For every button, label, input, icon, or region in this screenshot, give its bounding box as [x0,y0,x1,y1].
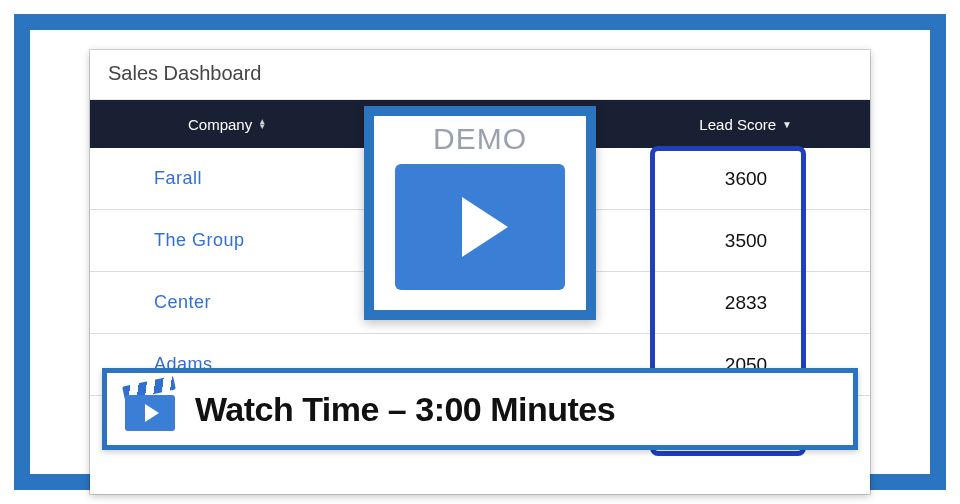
column-header-lead-score[interactable]: Lead Score ▼ [699,116,870,133]
cell-score: 2833 [710,292,870,314]
cell-score: 3600 [710,168,870,190]
sort-icon: ▲▼ [258,119,266,129]
clapperboard-icon [125,387,175,431]
watch-time-text: Watch Time – 3:00 Minutes [195,390,615,429]
column-header-company[interactable]: Company ▲▼ [90,116,402,133]
watch-time-banner: Watch Time – 3:00 Minutes [102,368,858,450]
page-title: Sales Dashboard [90,50,870,100]
play-button[interactable] [395,164,565,290]
cell-company[interactable]: Center [90,292,402,313]
cell-score: 3500 [710,230,870,252]
outer-frame: Sales Dashboard Company ▲▼ Lead Score ▼ … [14,14,946,490]
demo-video-thumbnail[interactable]: DEMO [364,106,596,320]
cell-company[interactable]: Farall [90,168,402,189]
caret-down-icon: ▼ [782,119,792,130]
column-header-company-label: Company [188,116,252,133]
demo-label: DEMO [433,122,527,156]
column-header-lead-score-label: Lead Score [699,116,776,133]
play-icon [462,197,508,257]
cell-company[interactable]: The Group [90,230,402,251]
